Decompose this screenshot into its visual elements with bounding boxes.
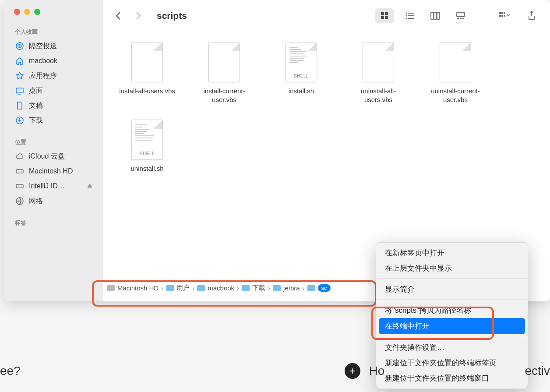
menu-separator: [376, 279, 528, 279]
sidebar-item-airdrop[interactable]: 隔空投送: [4, 39, 103, 53]
back-button[interactable]: [112, 10, 124, 22]
svg-rect-25: [460, 18, 462, 19]
svg-point-2: [19, 46, 21, 47]
eject-icon[interactable]: [87, 183, 93, 189]
sidebar-item-intellij[interactable]: IntelliJ ID…: [4, 179, 103, 194]
path-label: Macintosh HD: [117, 284, 159, 292]
share-button[interactable]: [522, 8, 541, 23]
path-segment[interactable]: Macintosh HD: [107, 284, 159, 292]
svg-point-18: [406, 18, 407, 19]
svg-rect-19: [408, 18, 414, 19]
folder-icon: [273, 285, 281, 291]
file-icon: [363, 42, 394, 82]
toolbar: scripts: [103, 0, 550, 32]
chevron-right-icon: ›: [161, 284, 163, 292]
svg-rect-22: [437, 12, 440, 19]
svg-rect-20: [431, 12, 434, 19]
path-label: macbook: [208, 284, 234, 292]
sidebar-item-applications[interactable]: 应用程序: [4, 68, 103, 83]
file-label: uninstall.sh: [130, 164, 163, 173]
list-view-button[interactable]: [400, 8, 420, 23]
gallery-view-button[interactable]: [451, 8, 470, 23]
sidebar-item-macintosh-hd[interactable]: Macintosh HD: [4, 164, 103, 179]
menu-item[interactable]: 文件夹操作设置…: [376, 340, 528, 355]
bg-text-mid: Ho: [369, 364, 385, 378]
column-view-button[interactable]: [426, 8, 445, 23]
svg-point-14: [406, 13, 407, 14]
sidebar-item-downloads[interactable]: 下载: [4, 113, 103, 128]
svg-rect-30: [499, 15, 501, 17]
sidebar-item-icloud[interactable]: iCloud 云盘: [4, 149, 103, 164]
desktop-icon: [15, 86, 25, 95]
menu-separator: [376, 337, 528, 337]
file-label: install-current-user.vbs: [194, 87, 255, 104]
svg-rect-15: [408, 13, 414, 14]
hd-icon: [107, 285, 115, 291]
close-window-button[interactable]: [14, 9, 20, 15]
folder-icon: [166, 285, 174, 291]
path-label-selected: sc: [318, 284, 331, 292]
sidebar-section-favorites: 个人收藏: [4, 28, 103, 39]
svg-rect-17: [408, 15, 414, 16]
chevron-right-icon: ›: [268, 284, 270, 292]
sidebar-item-label: 下载: [29, 116, 43, 125]
path-segment[interactable]: jetbra: [273, 284, 300, 292]
path-label: jetbra: [283, 284, 300, 292]
svg-rect-31: [501, 15, 503, 17]
file-item[interactable]: install-current-user.vbs: [194, 42, 255, 104]
file-icon: [208, 42, 240, 82]
menu-item[interactable]: 将"scripts"拷贝为路径名称: [376, 303, 528, 318]
chevron-right-icon: ›: [192, 284, 194, 292]
sidebar-item-label: 网络: [29, 197, 43, 206]
menu-item[interactable]: 显示简介: [376, 282, 528, 297]
sidebar-item-label: 文稿: [29, 101, 43, 110]
menu-item[interactable]: 在终端中打开: [379, 318, 525, 334]
sidebar-item-network[interactable]: 网络: [4, 194, 103, 208]
minimize-window-button[interactable]: [24, 9, 30, 15]
maximize-window-button[interactable]: [34, 9, 40, 15]
svg-rect-3: [16, 88, 23, 93]
chevron-right-icon: ›: [303, 284, 305, 292]
svg-rect-10: [381, 12, 384, 15]
network-icon: [15, 196, 25, 206]
hd-icon: [15, 181, 25, 191]
view-switcher: [375, 8, 470, 23]
file-icon: [131, 42, 163, 82]
sidebar-section-tags: 标签: [4, 219, 103, 230]
sidebar-item-documents[interactable]: 文稿: [4, 98, 103, 113]
file-label: uninstall-current-user.vbs: [425, 87, 486, 104]
svg-rect-13: [385, 16, 388, 19]
sidebar-item-home[interactable]: macbook: [4, 53, 103, 68]
path-label: 用户: [176, 284, 190, 292]
file-item[interactable]: uninstall-all-users.vbs: [348, 42, 409, 104]
shell-file-icon: [286, 42, 317, 82]
forward-button[interactable]: [132, 10, 145, 22]
hd-icon: [15, 166, 25, 176]
plus-icon: +: [345, 363, 360, 379]
path-segment[interactable]: macbook: [197, 284, 234, 292]
sidebar-item-desktop[interactable]: 桌面: [4, 83, 103, 98]
sidebar-item-label: Macintosh HD: [29, 167, 73, 175]
svg-rect-26: [462, 18, 464, 19]
path-segment[interactable]: 下载: [242, 284, 265, 292]
file-item[interactable]: uninstall.sh: [116, 120, 178, 173]
group-by-button[interactable]: [495, 8, 514, 23]
menu-item[interactable]: 在上层文件夹中显示: [376, 261, 528, 276]
path-segment[interactable]: 用户: [166, 284, 190, 292]
file-label: uninstall-all-users.vbs: [348, 87, 409, 104]
window-title: scripts: [157, 11, 187, 21]
file-item[interactable]: install-all-users.vbs: [116, 42, 178, 104]
sidebar-section-locations: 位置: [4, 138, 103, 149]
svg-rect-27: [499, 12, 501, 14]
sidebar-item-label: 隔空投送: [29, 42, 57, 51]
icon-view-button[interactable]: [375, 8, 394, 23]
svg-rect-28: [501, 12, 503, 14]
file-item[interactable]: uninstall-current-user.vbs: [425, 42, 486, 104]
file-label: install.sh: [289, 87, 314, 95]
file-item[interactable]: install.sh: [271, 42, 332, 104]
folder-icon: [307, 285, 315, 291]
path-segment[interactable]: sc: [307, 284, 331, 292]
menu-item[interactable]: 在新标签页中打开: [376, 245, 528, 261]
background-text: ee? + Ho ectiv: [0, 363, 550, 379]
folder-icon: [242, 285, 250, 291]
